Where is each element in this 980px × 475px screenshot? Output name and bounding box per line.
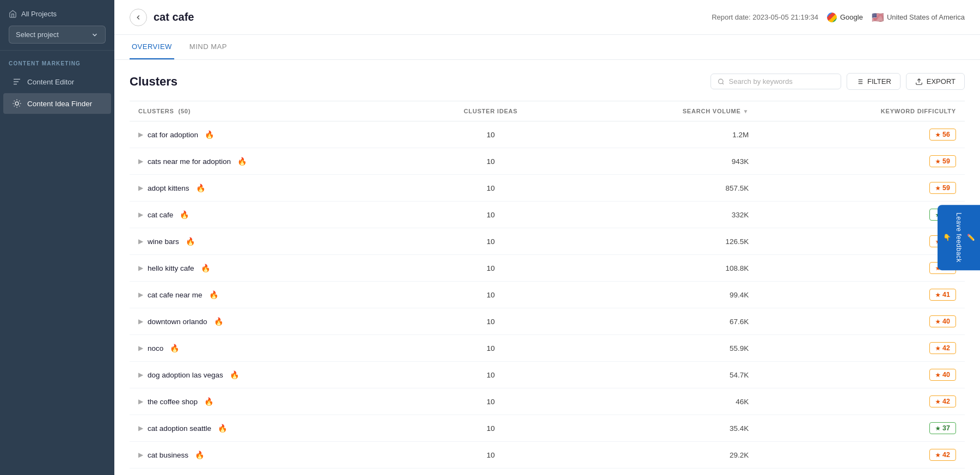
- cluster-name: cat business: [148, 451, 188, 459]
- cluster-kd: ★ 37: [757, 415, 965, 442]
- cluster-kd: ★ 59: [757, 148, 965, 175]
- cluster-name: cat for adoption: [148, 131, 198, 139]
- feedback-panel[interactable]: ✏️ Leave feedback 👇: [938, 205, 980, 270]
- row-expand-12[interactable]: ▶ cat business 🔥: [138, 450, 402, 459]
- hot-icon: 🔥: [205, 130, 214, 139]
- row-chevron-icon: ▶: [138, 318, 143, 325]
- cluster-name: noco: [148, 344, 163, 352]
- report-date: Report date: 2023-05-05 21:19:34: [712, 13, 818, 21]
- cluster-volume: 943K: [571, 148, 758, 175]
- row-expand-8[interactable]: ▶ noco 🔥: [138, 344, 402, 352]
- region-label: United States of America: [887, 13, 965, 21]
- clusters-table: CLUSTERS (50) CLUSTER IDEAS SEARCH VOLUM…: [130, 101, 965, 468]
- feedback-button[interactable]: ✏️ Leave feedback 👇: [938, 205, 980, 270]
- row-expand-2[interactable]: ▶ adopt kittens 🔥: [138, 184, 402, 192]
- row-chevron-icon: ▶: [138, 291, 143, 299]
- cluster-volume: 29.2K: [571, 442, 758, 468]
- table-row: ▶ hello kitty cafe 🔥 10 108.8K ★ 43: [130, 255, 965, 282]
- table-row: ▶ cat for adoption 🔥 10 1.2M ★ 56: [130, 121, 965, 148]
- cluster-volume: 1.2M: [571, 121, 758, 148]
- hot-icon: 🔥: [196, 184, 205, 192]
- cluster-ideas-count: 10: [411, 308, 571, 335]
- cluster-ideas-count: 10: [411, 335, 571, 362]
- top-bar-right: Report date: 2023-05-05 21:19:34 Google …: [712, 11, 965, 23]
- cluster-ideas-count: 10: [411, 228, 571, 255]
- search-engine-label: Google: [840, 13, 863, 21]
- cluster-ideas-count: 10: [411, 255, 571, 282]
- col-difficulty: KEYWORD DIFFICULTY: [757, 101, 965, 121]
- kd-star-icon: ★: [935, 132, 940, 138]
- row-chevron-icon: ▶: [138, 211, 143, 218]
- cluster-ideas-count: 10: [411, 121, 571, 148]
- kd-star-icon: ★: [935, 399, 940, 405]
- hot-icon: 🔥: [230, 370, 239, 379]
- kd-badge: ★ 59: [929, 155, 956, 167]
- all-projects-link[interactable]: All Projects: [9, 10, 106, 26]
- row-expand-7[interactable]: ▶ downtown orlando 🔥: [138, 317, 402, 326]
- lines-icon: [12, 77, 22, 87]
- cluster-name: cats near me for adoption: [148, 157, 231, 166]
- cluster-kd: ★ 42: [757, 335, 965, 362]
- sidebar-item-content-editor[interactable]: Content Editor: [3, 71, 111, 92]
- search-icon: [718, 78, 725, 86]
- cluster-ideas-count: 10: [411, 175, 571, 202]
- row-expand-4[interactable]: ▶ wine bars 🔥: [138, 237, 402, 246]
- hot-icon: 🔥: [170, 344, 179, 352]
- hot-icon: 🔥: [195, 450, 204, 459]
- top-bar: cat cafe Report date: 2023-05-05 21:19:3…: [114, 0, 980, 35]
- svg-line-5: [722, 83, 724, 84]
- filter-button[interactable]: FILTER: [847, 73, 901, 90]
- svg-point-4: [719, 79, 723, 83]
- row-expand-6[interactable]: ▶ cat cafe near me 🔥: [138, 290, 402, 299]
- cluster-volume: 46K: [571, 388, 758, 415]
- cluster-name: cat adoption seattle: [148, 424, 211, 433]
- row-expand-11[interactable]: ▶ cat adoption seattle 🔥: [138, 424, 402, 433]
- cluster-kd: ★ 40: [757, 308, 965, 335]
- sidebar-item-content-idea-finder[interactable]: Content Idea Finder: [3, 93, 111, 114]
- hot-icon: 🔥: [209, 290, 218, 299]
- cluster-kd: ★ 41: [757, 282, 965, 308]
- tabs: OVERVIEW MIND MAP: [114, 35, 980, 60]
- row-expand-5[interactable]: ▶ hello kitty cafe 🔥: [138, 264, 402, 272]
- back-button[interactable]: [130, 9, 147, 26]
- table-row: ▶ adopt kittens 🔥 10 857.5K ★ 59: [130, 175, 965, 202]
- kd-badge: ★ 40: [929, 369, 956, 381]
- row-expand-10[interactable]: ▶ the coffee shop 🔥: [138, 397, 402, 406]
- kd-star-icon: ★: [935, 452, 940, 458]
- kd-badge: ★ 56: [929, 129, 956, 141]
- cluster-kd: ★ 36: [757, 202, 965, 228]
- main-content: cat cafe Report date: 2023-05-05 21:19:3…: [114, 0, 980, 475]
- tab-mind-map[interactable]: MIND MAP: [187, 35, 229, 59]
- cluster-volume: 54.7K: [571, 362, 758, 388]
- cluster-name: hello kitty cafe: [148, 264, 194, 272]
- cluster-ideas-count: 10: [411, 415, 571, 442]
- project-select[interactable]: Select project: [9, 26, 106, 44]
- row-chevron-icon: ▶: [138, 157, 143, 165]
- feedback-icon: ✏️: [967, 233, 975, 242]
- clusters-title: Clusters: [130, 75, 177, 89]
- feedback-hand-icon: 👇: [943, 233, 951, 242]
- row-expand-0[interactable]: ▶ cat for adoption 🔥: [138, 130, 402, 139]
- row-expand-3[interactable]: ▶ cat cafe 🔥: [138, 210, 402, 219]
- col-volume: SEARCH VOLUME ▼: [571, 101, 758, 121]
- header-actions: FILTER EXPORT: [710, 73, 965, 90]
- row-chevron-icon: ▶: [138, 131, 143, 138]
- row-chevron-icon: ▶: [138, 451, 143, 459]
- search-box[interactable]: [710, 74, 841, 89]
- cluster-name: cat cafe near me: [148, 291, 203, 299]
- tab-overview[interactable]: OVERVIEW: [130, 35, 174, 59]
- google-badge: Google: [827, 13, 863, 22]
- row-expand-1[interactable]: ▶ cats near me for adoption 🔥: [138, 157, 402, 166]
- row-expand-9[interactable]: ▶ dog adoption las vegas 🔥: [138, 370, 402, 379]
- cluster-name: the coffee shop: [148, 398, 198, 406]
- export-button[interactable]: EXPORT: [906, 73, 965, 90]
- row-chevron-icon: ▶: [138, 238, 143, 245]
- all-projects-label: All Projects: [21, 10, 57, 18]
- content-editor-label: Content Editor: [27, 78, 74, 86]
- row-chevron-icon: ▶: [138, 184, 143, 192]
- kd-badge: ★ 40: [929, 315, 956, 327]
- search-input[interactable]: [729, 77, 834, 86]
- cluster-kd: ★ 59: [757, 175, 965, 202]
- cluster-ideas-count: 10: [411, 202, 571, 228]
- cluster-kd: ★ 42: [757, 442, 965, 468]
